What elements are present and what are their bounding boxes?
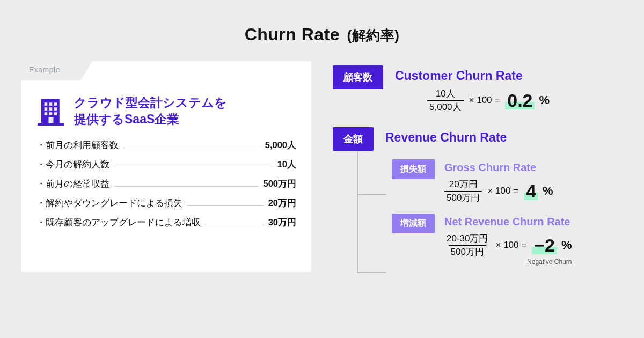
table-row: ・今月の解約人数 10人: [36, 159, 296, 171]
fraction-den: 5,000人: [427, 100, 464, 113]
row-sep: [205, 225, 264, 225]
row-value: 30万円: [268, 217, 296, 229]
fraction-num: 10人: [434, 89, 457, 100]
revenue-churn-section: 金額 Revenue Churn Rate: [333, 127, 623, 151]
fraction-den: 500万円: [444, 191, 482, 203]
customer-block: Customer Churn Rate 10人 5,000人 × 100 = 0…: [395, 65, 550, 112]
svg-rect-7: [54, 107, 57, 111]
net-formula: 20-30万円 500万円 × 100 = −2 %: [444, 233, 572, 257]
card-tab-cut: [80, 61, 92, 80]
svg-rect-11: [49, 117, 54, 123]
building-icon: [36, 97, 65, 126]
company-name-l1: クラウド型会計システムを: [74, 94, 227, 111]
row-value: 5,000人: [265, 139, 296, 151]
title-main: Churn Rate: [245, 25, 340, 44]
fraction: 20-30万円 500万円: [444, 233, 490, 257]
row-sep: [114, 167, 273, 167]
row-label: ・解約やダウングレードによる損失: [36, 197, 182, 209]
svg-rect-6: [49, 107, 53, 111]
result-suffix: %: [539, 93, 550, 107]
result-value: 4: [524, 182, 538, 200]
connector-lines: [357, 151, 389, 285]
title-sub: (解約率): [347, 27, 400, 43]
customer-formula: 10人 5,000人 × 100 = 0.2 %: [427, 89, 550, 112]
times-text: × 100 =: [487, 186, 518, 196]
fraction-num: 20-30万円: [444, 233, 490, 245]
row-value: 20万円: [268, 197, 296, 209]
row-label: ・既存顧客のアップグレードによる増収: [36, 217, 201, 229]
fraction-den: 500万円: [449, 245, 486, 258]
svg-rect-8: [45, 112, 48, 115]
row-value: 10人: [277, 159, 296, 171]
card-head: クラウド型会計システムを 提供するSaaS企業: [36, 94, 296, 128]
net-churn-section: 増減額 Net Revenue Churn Rate 20-30万円 500万円…: [392, 214, 623, 266]
svg-rect-2: [45, 102, 48, 106]
svg-rect-10: [54, 112, 57, 115]
net-note: Negative Churn: [444, 258, 572, 266]
revenue-tag: 金額: [333, 127, 374, 151]
row-sep: [123, 148, 261, 148]
row-sep: [114, 186, 259, 187]
gross-block: Gross Churn Rate 20万円 500万円 × 100 = 4 %: [444, 159, 553, 203]
card-tab-label: Example: [29, 65, 60, 74]
svg-rect-9: [49, 112, 53, 115]
result-suffix: %: [561, 238, 572, 252]
gross-tag: 損失額: [392, 159, 435, 179]
content: Example クラウド型会計システムを 提供するSaaS企業 ・前月の利用顧客…: [0, 45, 644, 272]
result-value: −2: [532, 236, 557, 254]
revenue-heading: Revenue Churn Rate: [385, 130, 507, 145]
net-heading: Net Revenue Churn Rate: [444, 216, 572, 228]
metrics-panel: 顧客数 Customer Churn Rate 10人 5,000人 × 100…: [317, 61, 623, 272]
example-card: Example クラウド型会計システムを 提供するSaaS企業 ・前月の利用顧客…: [21, 61, 311, 272]
company-name-l2: 提供するSaaS企業: [74, 111, 227, 128]
row-value: 500万円: [263, 178, 296, 190]
gross-churn-section: 損失額 Gross Churn Rate 20万円 500万円 × 100 = …: [392, 159, 623, 203]
page-title: Churn Rate (解約率): [0, 0, 644, 45]
svg-rect-4: [54, 102, 57, 106]
net-block: Net Revenue Churn Rate 20-30万円 500万円 × 1…: [444, 214, 572, 266]
row-label: ・前月の利用顧客数: [36, 139, 119, 151]
row-sep: [187, 205, 264, 206]
customer-tag: 顧客数: [333, 65, 383, 89]
result-value: 0.2: [505, 91, 535, 109]
table-row: ・前月の経常収益 500万円: [36, 178, 296, 190]
result-suffix: %: [543, 184, 553, 198]
company-name: クラウド型会計システムを 提供するSaaS企業: [74, 94, 227, 128]
table-row: ・前月の利用顧客数 5,000人: [36, 139, 296, 151]
times-text: × 100 =: [469, 95, 500, 106]
svg-rect-5: [45, 107, 48, 111]
fraction: 10人 5,000人: [427, 89, 464, 112]
fraction: 20万円 500万円: [444, 179, 482, 203]
row-label: ・前月の経常収益: [36, 178, 109, 190]
svg-rect-1: [38, 123, 64, 126]
row-label: ・今月の解約人数: [36, 159, 109, 171]
gross-formula: 20万円 500万円 × 100 = 4 %: [444, 179, 553, 203]
table-row: ・既存顧客のアップグレードによる増収 30万円: [36, 217, 296, 229]
gross-heading: Gross Churn Rate: [444, 161, 553, 174]
times-text: × 100 =: [495, 240, 526, 251]
fraction-num: 20万円: [447, 179, 480, 191]
net-tag: 増減額: [392, 214, 435, 233]
table-row: ・解約やダウングレードによる損失 20万円: [36, 197, 296, 209]
example-rows: ・前月の利用顧客数 5,000人 ・今月の解約人数 10人 ・前月の経常収益 5…: [36, 139, 296, 229]
customer-heading: Customer Churn Rate: [395, 69, 550, 83]
svg-rect-3: [49, 102, 53, 106]
customer-churn-section: 顧客数 Customer Churn Rate 10人 5,000人 × 100…: [333, 65, 623, 112]
